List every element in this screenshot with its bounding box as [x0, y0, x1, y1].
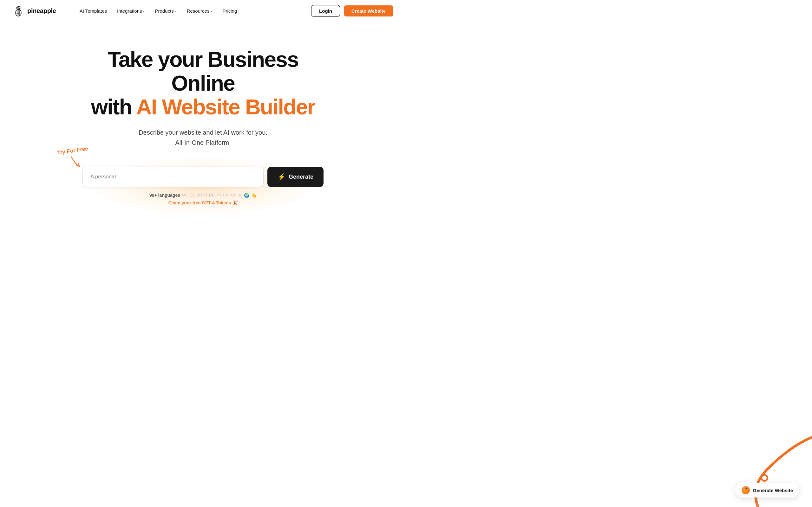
- nav-item-integrations[interactable]: Integrations ▾: [113, 6, 149, 16]
- navbar: pineapple AI Templates Integrations ▾ Pr…: [0, 0, 406, 22]
- chevron-down-icon: ▾: [211, 9, 212, 13]
- search-area: Try For Free ⚡ Generate 99+ languages US…: [83, 167, 323, 205]
- brand-name: pineapple: [27, 7, 56, 14]
- nav-item-resources[interactable]: Resources ▾: [183, 6, 217, 16]
- nav-item-ai-templates[interactable]: AI Templates: [75, 6, 111, 16]
- website-description-input[interactable]: [83, 167, 264, 187]
- hero-subtitle: Describe your website and let AI work fo…: [139, 127, 267, 148]
- globe-icon: 🌍: [244, 193, 249, 198]
- search-row: ⚡ Generate: [83, 167, 323, 187]
- chevron-down-icon: ▾: [175, 9, 177, 13]
- hero-title: Take your Business Online with AI Websit…: [76, 48, 330, 118]
- claim-gpt4-link[interactable]: Claim your free GPT-4 Tokens 🎉: [168, 200, 238, 205]
- chevron-down-icon: ▾: [143, 9, 145, 13]
- nav-links: AI Templates Integrations ▾ Products ▾ R…: [75, 6, 311, 16]
- language-codes: US ES BR IT DE PT FR KR IN: [182, 193, 242, 198]
- pointer-icon: 👆: [251, 193, 257, 198]
- language-bar: 99+ languages US ES BR IT DE PT FR KR IN…: [149, 193, 257, 198]
- hero-section: Take your Business Online with AI Websit…: [0, 22, 406, 224]
- login-button[interactable]: Login: [311, 5, 340, 17]
- try-annotation: Try For Free: [57, 148, 88, 168]
- arrow-icon: [70, 155, 83, 168]
- nav-actions: Login Create Website: [311, 5, 393, 17]
- lightning-icon: ⚡: [277, 173, 286, 181]
- hero-title-accent: AI Website Builder: [136, 95, 315, 119]
- create-website-button[interactable]: Create Website: [344, 5, 393, 16]
- language-count: 99+ languages: [149, 193, 180, 198]
- generate-button[interactable]: ⚡ Generate: [267, 167, 323, 187]
- try-for-free-label: Try For Free: [57, 146, 89, 156]
- logo-link[interactable]: pineapple: [13, 5, 56, 17]
- nav-item-products[interactable]: Products ▾: [150, 6, 181, 16]
- nav-item-pricing[interactable]: Pricing: [218, 6, 241, 16]
- pineapple-icon: [13, 5, 24, 17]
